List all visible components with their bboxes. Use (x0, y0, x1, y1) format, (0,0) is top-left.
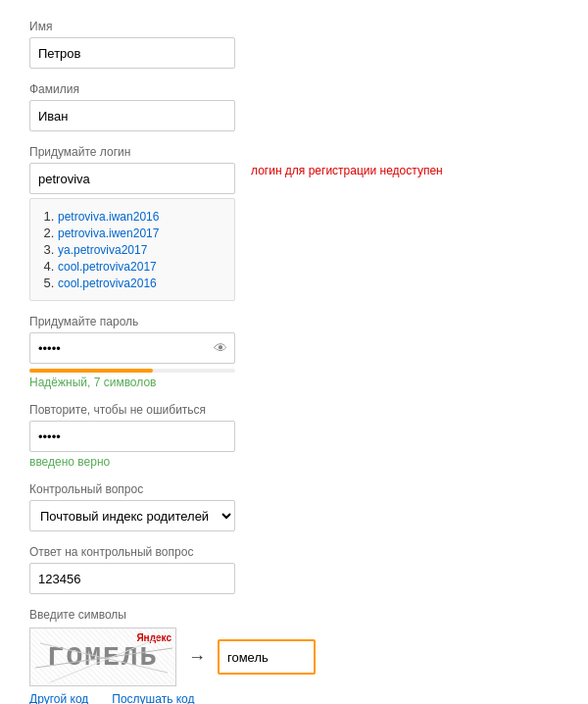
password-input[interactable] (29, 332, 235, 364)
captcha-listen-link[interactable]: Послушать код (112, 692, 194, 704)
strength-fill (29, 369, 153, 373)
suggestion-link-3[interactable]: ya.petroviva2017 (58, 243, 147, 257)
login-error-col: логин для регистрации недоступен (251, 163, 443, 177)
strength-bar (29, 369, 235, 373)
name-group: Имя (29, 20, 559, 69)
list-item: cool.petroviva2016 (58, 276, 224, 290)
security-question-select[interactable]: Почтовый индекс родителей Кличка домашне… (29, 500, 235, 531)
security-question-label: Контрольный вопрос (29, 482, 559, 496)
list-item: petroviva.iwan2016 (58, 209, 224, 224)
suggestion-link-4[interactable]: cool.petroviva2017 (58, 260, 157, 274)
confirm-label: Повторите, чтобы не ошибиться (29, 403, 559, 417)
password-label: Придумайте пароль (29, 315, 559, 328)
list-item: cool.petroviva2017 (58, 259, 224, 274)
suggestions-box: petroviva.iwan2016 petroviva.iwen2017 ya… (29, 198, 235, 301)
confirm-group: Повторите, чтобы не ошибиться введено ве… (29, 403, 559, 469)
suggestion-link-5[interactable]: cool.petroviva2016 (58, 277, 157, 290)
surname-label: Фамилия (29, 82, 559, 96)
security-answer-label: Ответ на контрольный вопрос (29, 545, 559, 559)
login-label: Придумайте логин (29, 145, 559, 159)
captcha-links: Другой код Послушать код (29, 692, 559, 704)
suggestions-list: petroviva.iwan2016 petroviva.iwen2017 ya… (40, 209, 224, 290)
security-answer-group: Ответ на контрольный вопрос (29, 545, 559, 594)
security-question-group: Контрольный вопрос Почтовый индекс родит… (29, 482, 559, 531)
name-input[interactable] (29, 37, 235, 69)
captcha-input[interactable] (218, 639, 316, 675)
suggestion-link-2[interactable]: petroviva.iwen2017 (58, 226, 159, 240)
confirm-ok-text: введено верно (29, 455, 559, 469)
captcha-other-link[interactable]: Другой код (29, 692, 88, 704)
captcha-section: Введите символы ГОМЕЛЬ Яндекс → Другой к… (29, 608, 559, 704)
suggestion-link-1[interactable]: petroviva.iwan2016 (58, 210, 159, 224)
yandex-logo: Яндекс (136, 632, 172, 643)
arrow-icon: → (188, 647, 206, 668)
password-wrapper: 👁 (29, 332, 235, 364)
eye-icon[interactable]: 👁 (214, 340, 227, 356)
password-group: Придумайте пароль 👁 Надёжный, 7 символов (29, 315, 559, 389)
login-error: логин для регистрации недоступен (251, 164, 443, 177)
login-group: Придумайте логин petroviva.iwan2016 petr… (29, 145, 559, 301)
captcha-text-overlay: ГОМЕЛЬ (48, 642, 159, 673)
strength-text: Надёжный, 7 символов (29, 376, 559, 389)
name-label: Имя (29, 20, 559, 33)
surname-group: Фамилия (29, 82, 559, 131)
confirm-input[interactable] (29, 421, 235, 452)
list-item: petroviva.iwen2017 (58, 226, 224, 240)
login-row: petroviva.iwan2016 petroviva.iwen2017 ya… (29, 163, 559, 301)
list-item: ya.petroviva2017 (58, 242, 224, 257)
surname-input[interactable] (29, 100, 235, 131)
login-col: petroviva.iwan2016 petroviva.iwen2017 ya… (29, 163, 235, 301)
login-input[interactable] (29, 163, 235, 194)
captcha-image: ГОМЕЛЬ Яндекс (29, 628, 176, 686)
captcha-label: Введите символы (29, 608, 559, 622)
captcha-row: ГОМЕЛЬ Яндекс → (29, 628, 559, 686)
security-answer-input[interactable] (29, 563, 235, 594)
